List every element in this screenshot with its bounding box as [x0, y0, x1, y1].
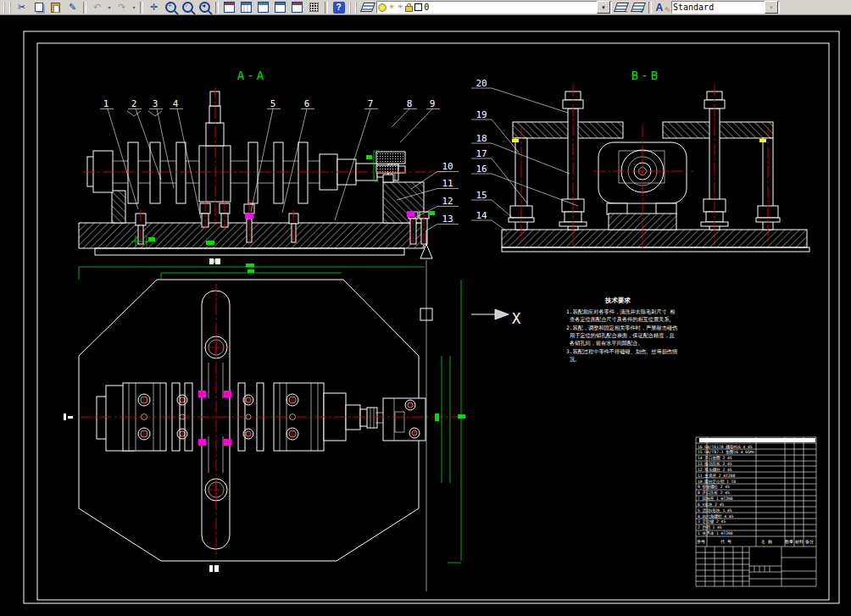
bom-row: 5 活动V形块 1 45 — [698, 508, 732, 513]
zoom-realtime-icon[interactable]: + — [163, 1, 179, 14]
drawing-canvas[interactable]: A-A — [0, 15, 851, 616]
balloon-14: 14 — [476, 210, 487, 221]
copy-glyph — [35, 3, 43, 12]
toolbar-grip[interactable] — [349, 2, 357, 14]
text-style-icon[interactable]: A — [654, 1, 670, 14]
separator — [648, 2, 652, 14]
part-balloons-bb: 20 19 18 17 16 15 14 — [476, 78, 487, 221]
view-title-aa: A-A — [237, 69, 266, 82]
copy-icon[interactable] — [31, 1, 47, 14]
bom-row: 15 GB/T97.1 垫圈16 4 65Mn — [698, 450, 755, 454]
current-text-style: Standard — [673, 3, 714, 12]
view-direction-label: X — [512, 310, 521, 327]
plan-view: X — [64, 258, 521, 591]
balloon-10: 10 — [442, 161, 453, 172]
cad-drawing[interactable]: A-A — [0, 15, 851, 616]
layer-dropdown-arrow[interactable]: ▼ — [597, 1, 610, 14]
bom-row: 6 V形块 2 45 — [698, 502, 725, 507]
bom-headers: 序号 代 号 名 称 数量 材料 备注 — [697, 539, 814, 545]
undo-dropdown-icon[interactable]: ▾ — [106, 4, 113, 10]
balloon-18: 18 — [476, 133, 487, 144]
layer-properties-icon[interactable] — [359, 1, 375, 14]
redo-dropdown-icon[interactable]: ▾ — [131, 4, 137, 10]
title-block — [696, 547, 816, 586]
toolbar-grip[interactable] — [3, 2, 11, 14]
balloon-7: 7 — [368, 98, 374, 109]
paste-icon[interactable] — [47, 1, 64, 14]
technical-notes: 技术要求 1.装配前应对各零件，清洗并去除毛刺尺寸 检 查各定位面配合尺寸及各件… — [566, 297, 678, 363]
match-properties-icon[interactable]: ✎ — [64, 1, 81, 14]
designcenter-icon[interactable] — [255, 1, 271, 14]
text-style-dropdown[interactable]: Standard ▼ — [671, 1, 780, 14]
section-view-bb: B-B — [471, 69, 809, 252]
balloon-1: 1 — [103, 98, 109, 109]
standard-toolbar: ✂ ✎ ↶ ▾ ↷ ▾ ✛ + ▫ ◂ ? ☀ ☀ 0 ▼ A Standard… — [0, 0, 851, 15]
plan-clamp-bar — [202, 291, 230, 549]
bom-row: 14 开口垫圈 2 45 — [698, 456, 732, 461]
balloon-2: 2 — [131, 98, 137, 109]
balloon-3: 3 — [153, 98, 159, 109]
bom-row: 9 铰链螺栓 2 45 — [698, 484, 730, 490]
zoom-previous-icon[interactable]: ◂ — [197, 1, 213, 14]
balloon-17: 17 — [476, 148, 487, 159]
pan-icon[interactable]: ✛ — [146, 1, 162, 14]
bom-header: 名 称 — [761, 539, 772, 544]
layer-lock-icon[interactable] — [405, 6, 413, 12]
balloon-5: 5 — [270, 98, 276, 109]
notes-line: 2.装配，调整和固定相关零件时，严禁敲击碰伤 — [566, 325, 677, 331]
left-support — [112, 191, 125, 223]
bb-base-plate — [502, 230, 807, 247]
balloon-19: 19 — [476, 109, 487, 120]
balloon-20: 20 — [476, 78, 487, 89]
layer-viewport-freeze-icon[interactable]: ☀ — [397, 3, 403, 11]
notes-line: 各销孔间，留有水平间隙配合。 — [570, 340, 643, 347]
quickcalc-icon[interactable] — [306, 1, 322, 14]
balloon-8: 8 — [407, 98, 413, 109]
notes-line: 用于定位的销孔配合表面，保证配合精度，且 — [570, 332, 675, 339]
clamp-nut-mark — [245, 214, 253, 219]
separator — [83, 2, 86, 14]
notes-line: 查各定位面配合尺寸及各件的相互位置关系。 — [570, 316, 675, 323]
layer-previous-icon[interactable] — [630, 1, 646, 14]
separator — [215, 2, 219, 14]
balloon-11: 11 — [442, 178, 453, 189]
balloon-13: 13 — [442, 214, 453, 225]
bom-header: 数量 — [785, 539, 793, 544]
notes-line: 况。 — [570, 356, 580, 363]
balloon-15: 15 — [476, 190, 487, 201]
zoom-window-icon[interactable]: ▫ — [180, 1, 196, 14]
redo-icon[interactable]: ↷ — [114, 1, 130, 14]
bom-row: 3 定位键 2 45 — [698, 519, 726, 524]
notes-title: 技术要求 — [604, 297, 631, 304]
paste-glyph — [51, 3, 60, 13]
bom-header: 备注 — [805, 539, 814, 544]
bom-row: 1 夹具体 1 HT200 — [698, 531, 733, 536]
help-icon[interactable]: ? — [331, 1, 347, 14]
text-style-dropdown-arrow: ▼ — [765, 1, 778, 14]
balloon-16: 16 — [476, 164, 487, 175]
properties-icon[interactable] — [238, 1, 254, 14]
layer-on-bulb-icon[interactable] — [378, 3, 387, 12]
layer-freeze-sun-icon[interactable]: ☀ — [388, 3, 395, 11]
notes-line: 3.装配过程中零件不得磕碰、划伤、丝等损伤情 — [566, 348, 678, 355]
make-object-layer-current-icon[interactable] — [613, 1, 629, 14]
markup-icon[interactable] — [289, 1, 305, 14]
part-balloons-aa-right: 10 11 12 13 — [442, 161, 453, 225]
bb-base-foot — [502, 247, 809, 252]
undo-icon[interactable]: ↶ — [89, 1, 105, 14]
bom-row: 8 开口压板 2 45 — [698, 491, 730, 496]
layer-control-dropdown[interactable]: ☀ ☀ 0 ▼ — [376, 1, 612, 14]
bom-row: 4 内六角螺钉 4 45 — [698, 513, 734, 519]
bom-top-bar — [699, 438, 815, 442]
separator — [325, 2, 328, 14]
cut-icon[interactable]: ✂ — [14, 1, 30, 14]
separator — [140, 2, 143, 14]
bom-row: 10 圆柱定位销 1 T8 — [698, 479, 736, 485]
end-clamp-parts — [376, 152, 405, 182]
center-journal-block — [199, 146, 231, 202]
bom-row: 16 GB/T6170 螺母M16 4 45 — [698, 444, 753, 450]
sheet-set-icon[interactable] — [272, 1, 288, 14]
part-balloons-aa-top: 1 2 3 4 5 6 7 8 9 — [103, 98, 436, 109]
find-icon[interactable] — [221, 1, 237, 14]
layer-color-swatch[interactable] — [414, 3, 422, 11]
